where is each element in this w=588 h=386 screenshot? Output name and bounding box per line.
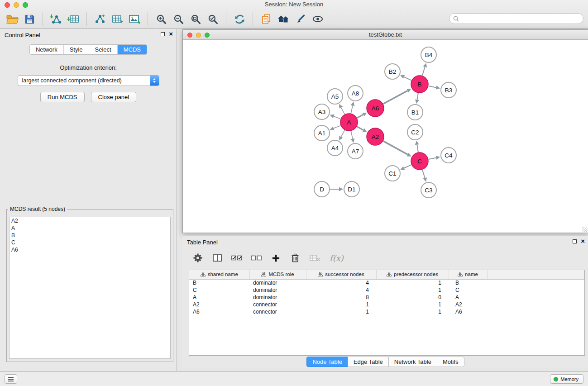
tab-motifs[interactable]: Motifs: [437, 357, 464, 367]
eye-button[interactable]: [309, 11, 326, 27]
cell-successor-nodes[interactable]: 4: [306, 279, 376, 286]
cell-mcds-role[interactable]: dominator: [249, 294, 306, 301]
import-network-button[interactable]: [48, 11, 65, 27]
graph-edge-A6-B[interactable]: [383, 89, 411, 104]
table-row[interactable]: A6connector11A6: [189, 308, 585, 315]
save-session-button[interactable]: [21, 11, 38, 27]
graph-node-D[interactable]: D: [314, 181, 330, 197]
cell-predecessor-nodes[interactable]: 1: [376, 308, 449, 315]
deselect-all-button[interactable]: [250, 251, 263, 265]
graph-node-D1[interactable]: D1: [344, 181, 359, 197]
mcds-result-item[interactable]: A: [10, 224, 170, 232]
tab-node-table[interactable]: Node Table: [306, 357, 348, 367]
select-all-button[interactable]: [230, 251, 243, 265]
delete-column-button[interactable]: [289, 251, 301, 265]
graph-node-B4[interactable]: B4: [421, 47, 436, 62]
window-resize-grip[interactable]: [582, 227, 588, 232]
search-input[interactable]: [461, 15, 579, 22]
close-window-button[interactable]: [5, 2, 10, 8]
cell-predecessor-nodes[interactable]: 1: [376, 286, 449, 294]
houses-button[interactable]: [275, 11, 292, 27]
graph-edge-A-A6[interactable]: [357, 113, 367, 118]
graph-node-B1[interactable]: B1: [407, 105, 423, 120]
graph-edge-A-A8[interactable]: [351, 102, 355, 114]
mcds-result-item[interactable]: C: [10, 239, 170, 246]
graph-edge-A2-C[interactable]: [383, 141, 411, 157]
cell-name[interactable]: B: [449, 279, 487, 286]
function-builder-button[interactable]: f(x): [330, 253, 344, 263]
cell-predecessor-nodes[interactable]: 0: [376, 294, 449, 301]
tab-network-table[interactable]: Network Table: [388, 357, 437, 367]
column-header-shared-name[interactable]: shared name: [189, 270, 249, 279]
table-panel-float-button[interactable]: [573, 239, 577, 243]
new-network-button[interactable]: [91, 11, 109, 27]
graph-node-C[interactable]: C: [411, 152, 428, 170]
export-image-button[interactable]: [126, 11, 143, 27]
graph-node-A[interactable]: A: [340, 114, 358, 131]
column-header-successor-nodes[interactable]: successor nodes: [306, 270, 376, 279]
tab-edge-table[interactable]: Edge Table: [348, 357, 389, 367]
show-columns-button[interactable]: [211, 251, 224, 265]
table-row[interactable]: Cdominator41C: [189, 286, 585, 294]
cell-shared-name[interactable]: B: [189, 279, 249, 286]
cell-predecessor-nodes[interactable]: 1: [376, 301, 449, 308]
memory-button[interactable]: Memory: [550, 374, 583, 384]
graph-edge-A-A1[interactable]: [330, 125, 341, 130]
network-zoom-button[interactable]: [205, 33, 210, 38]
table-row[interactable]: Adominator80A: [189, 294, 585, 301]
zoom-in-button[interactable]: [153, 11, 170, 27]
table-row[interactable]: A2connector11A2: [189, 301, 585, 308]
graph-edge-C-C4[interactable]: [429, 156, 440, 160]
graph-node-B2[interactable]: B2: [385, 64, 400, 79]
cell-successor-nodes[interactable]: 1: [306, 308, 376, 315]
import-table-button[interactable]: [65, 11, 82, 27]
graph-node-B3[interactable]: B3: [441, 82, 456, 98]
column-header-predecessor-nodes[interactable]: predecessor nodes: [376, 270, 449, 279]
graph-node-C2[interactable]: C2: [407, 124, 423, 140]
graph-node-C1[interactable]: C1: [385, 166, 400, 181]
graph-node-A1[interactable]: A1: [314, 125, 330, 141]
cell-mcds-role[interactable]: connector: [249, 301, 306, 308]
graph-node-A2[interactable]: A2: [367, 128, 384, 145]
tab-mcds[interactable]: MCDS: [118, 45, 147, 54]
close-mcds-panel-button[interactable]: Close panel: [91, 92, 137, 102]
graph-edge-A-A4[interactable]: [339, 130, 344, 141]
table-row[interactable]: Bdominator41B: [189, 279, 585, 286]
table-panel-close-button[interactable]: ×: [581, 238, 585, 244]
network-close-button[interactable]: [187, 33, 192, 38]
cell-shared-name[interactable]: C: [189, 286, 249, 294]
zoom-selected-button[interactable]: [204, 11, 221, 27]
open-session-button[interactable]: [4, 11, 21, 27]
delete-table-button[interactable]: [308, 251, 321, 265]
graph-node-A7[interactable]: A7: [348, 143, 363, 159]
tab-style[interactable]: Style: [64, 45, 89, 54]
cell-successor-nodes[interactable]: 8: [306, 294, 376, 301]
run-mcds-button[interactable]: Run MCDS: [40, 92, 85, 102]
graph-edge-B-B3[interactable]: [429, 86, 440, 90]
cell-name[interactable]: A: [449, 294, 487, 301]
column-header-mcds-role[interactable]: MCDS role: [249, 270, 306, 279]
cell-shared-name[interactable]: A: [189, 294, 249, 301]
graph-edge-A-A5[interactable]: [339, 104, 344, 114]
graph-edge-C-C3[interactable]: [422, 170, 427, 182]
mcds-result-item[interactable]: B: [10, 232, 170, 239]
graph-edge-A-A3[interactable]: [330, 114, 341, 119]
control-panel-float-button[interactable]: [161, 32, 165, 36]
graph-edge-A-A7[interactable]: [351, 131, 355, 143]
graph-edge-C-C1[interactable]: [400, 165, 411, 170]
cell-name[interactable]: A6: [449, 308, 487, 315]
graph-edge-B-B1[interactable]: [415, 93, 419, 104]
cell-mcds-role[interactable]: dominator: [249, 279, 306, 286]
graph-node-C4[interactable]: C4: [441, 148, 456, 163]
graph-edge-A-A2[interactable]: [357, 127, 367, 132]
mcds-result-item[interactable]: A6: [10, 246, 170, 253]
search-box[interactable]: [449, 13, 583, 24]
minimize-window-button[interactable]: [14, 2, 19, 8]
graph-node-A8[interactable]: A8: [348, 86, 363, 101]
mcds-result-list[interactable]: A2ABCA6: [9, 217, 171, 359]
zoom-out-button[interactable]: [170, 11, 187, 27]
cell-shared-name[interactable]: A2: [189, 301, 249, 308]
network-canvas[interactable]: B4B2BB3A5A8A6B1A3AC2A1A2A4A7C4CC1DD1C3: [183, 40, 588, 233]
graph-node-B[interactable]: B: [411, 76, 428, 93]
brush-button[interactable]: [292, 11, 309, 27]
